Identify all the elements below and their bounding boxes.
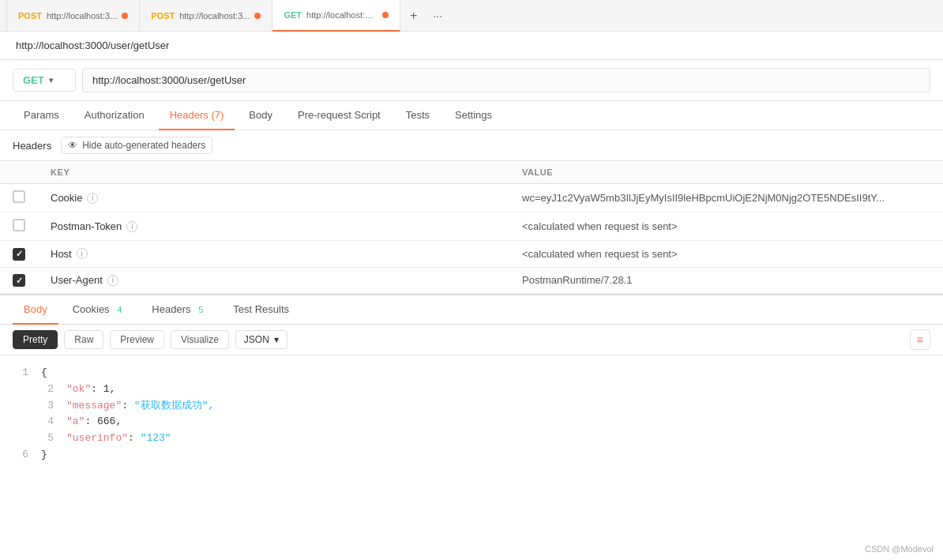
- table-row: User-Agent i PostmanRuntime/7.28.1: [0, 267, 943, 294]
- code-val-a: 666,: [97, 415, 122, 427]
- headers-badge: 5: [193, 304, 208, 315]
- raw-button[interactable]: Raw: [64, 330, 103, 349]
- format-json-dropdown[interactable]: JSON ▾: [235, 330, 287, 349]
- key-label-3: Host: [51, 248, 72, 260]
- tab-url-3: http://localhost:30...: [306, 10, 378, 20]
- info-icon-3[interactable]: i: [77, 248, 88, 259]
- brace-open: {: [41, 365, 47, 381]
- value-label-3: <calculated when request is sent>: [522, 248, 678, 260]
- tab-method-3: GET: [284, 10, 302, 20]
- value-cell-2: <calculated when request is sent>: [509, 212, 943, 241]
- value-label-1: wc=eyJ1c2VyaW5mb3IlJjEyMyIsII9leHBpcmUiO…: [522, 192, 885, 204]
- key-label-2: Postman-Token: [51, 220, 122, 232]
- response-code-area: 1 { 2 "ok": 1, 3 "message": "获取数据成功", 4 …: [0, 355, 943, 473]
- code-key-a: "a": [66, 415, 85, 427]
- value-label-4: PostmanRuntime/7.28.1: [522, 274, 632, 286]
- response-toolbar: Pretty Raw Preview Visualize JSON ▾ ≡: [0, 325, 943, 355]
- line-num-5: 5: [38, 430, 54, 447]
- eye-icon: 👁: [68, 140, 77, 151]
- response-tab-headers[interactable]: Headers 5: [141, 295, 219, 325]
- code-key-message: "message": [66, 400, 122, 412]
- key-label-4: User-Agent: [51, 274, 103, 286]
- response-tab-test-results[interactable]: Test Results: [222, 295, 300, 325]
- key-cell-1: Cookie i: [38, 184, 509, 212]
- key-label-1: Cookie: [51, 192, 82, 204]
- response-headers-label: Headers: [152, 303, 190, 315]
- col-key: KEY: [38, 161, 509, 184]
- tab-authorization[interactable]: Authorization: [73, 101, 156, 130]
- table-row: Cookie i wc=eyJ1c2VyaW5mb3IlJjEyMyIsII9l…: [0, 184, 943, 212]
- visualize-button[interactable]: Visualize: [171, 330, 229, 349]
- pretty-button[interactable]: Pretty: [13, 330, 58, 349]
- headers-section-label: Headers: [13, 140, 51, 152]
- request-tab-1[interactable]: POST http://localhost:3...: [6, 0, 140, 32]
- request-tab-2[interactable]: POST http://localhost:3...: [140, 0, 272, 32]
- tab-params[interactable]: Params: [13, 101, 70, 130]
- line-num-3: 3: [38, 398, 54, 415]
- json-chevron-icon: ▾: [274, 334, 279, 345]
- info-icon-1[interactable]: i: [87, 193, 98, 204]
- request-tabs-nav: Params Authorization Headers (7) Body Pr…: [0, 101, 943, 130]
- tab-headers[interactable]: Headers (7): [159, 101, 235, 130]
- table-row: Postman-Token i <calculated when request…: [0, 212, 943, 241]
- brace-close: }: [41, 447, 47, 464]
- url-input[interactable]: [82, 68, 930, 92]
- response-tabs-nav: Body Cookies 4 Headers 5 Test Results: [0, 294, 943, 325]
- tab-tests[interactable]: Tests: [395, 101, 441, 130]
- checkbox-3[interactable]: [13, 248, 25, 261]
- tab-dot-3: [382, 12, 389, 18]
- code-line-5: 5 "userinfo": "123": [38, 430, 930, 447]
- tab-method-2: POST: [151, 11, 175, 21]
- tab-dot-2: [254, 13, 261, 19]
- request-tab-3[interactable]: GET http://localhost:30...: [272, 0, 400, 32]
- tab-method-1: POST: [18, 11, 42, 21]
- code-val-message: "获取数据成功",: [134, 400, 214, 412]
- more-tabs-button[interactable]: ···: [426, 9, 449, 22]
- code-key-ok: "ok": [66, 383, 91, 395]
- wrap-text-button[interactable]: ≡: [910, 329, 930, 350]
- new-tab-button[interactable]: +: [400, 9, 426, 23]
- code-line-2: 2 "ok": 1,: [38, 381, 930, 398]
- hide-auto-label: Hide auto-generated headers: [82, 140, 205, 151]
- headers-toolbar: Headers 👁 Hide auto-generated headers: [0, 130, 943, 161]
- line-num-6: 6: [13, 447, 28, 464]
- preview-button[interactable]: Preview: [110, 330, 164, 349]
- code-line-4: 4 "a": 666,: [38, 414, 930, 430]
- breadcrumb: http://localhost:3000/user/getUser: [0, 32, 943, 60]
- checkbox-cell-1[interactable]: [0, 184, 38, 212]
- code-key-userinfo: "userinfo": [66, 432, 128, 444]
- checkbox-4[interactable]: [13, 274, 25, 287]
- code-val-userinfo: "123": [141, 432, 171, 444]
- value-cell-3: <calculated when request is sent>: [509, 241, 943, 268]
- checkbox-cell-4[interactable]: [0, 267, 38, 294]
- key-cell-3: Host i: [38, 241, 509, 268]
- col-value: VALUE: [509, 161, 943, 184]
- line-num-4: 4: [38, 414, 54, 430]
- hide-auto-headers-button[interactable]: 👁 Hide auto-generated headers: [61, 137, 212, 154]
- code-line-6: 6 }: [13, 447, 930, 464]
- checkbox-cell-3[interactable]: [0, 241, 38, 268]
- tab-url-2: http://localhost:3...: [179, 11, 250, 21]
- col-checkbox: [0, 161, 38, 184]
- tab-settings[interactable]: Settings: [444, 101, 503, 130]
- info-icon-2[interactable]: i: [126, 221, 137, 232]
- tab-prerequest[interactable]: Pre-request Script: [287, 101, 392, 130]
- method-dropdown[interactable]: GET ▾: [13, 69, 76, 92]
- code-line-1: 1 {: [13, 365, 930, 381]
- key-cell-4: User-Agent i: [38, 267, 509, 294]
- info-icon-4[interactable]: i: [107, 275, 118, 286]
- method-label: GET: [23, 74, 44, 86]
- code-line-3: 3 "message": "获取数据成功",: [38, 398, 930, 415]
- tab-body[interactable]: Body: [238, 101, 284, 130]
- line-num-1: 1: [13, 365, 28, 381]
- response-tab-cookies[interactable]: Cookies 4: [62, 295, 138, 325]
- checkbox-1[interactable]: [13, 190, 25, 203]
- checkbox-cell-2[interactable]: [0, 212, 38, 241]
- value-label-2: <calculated when request is sent>: [522, 220, 678, 232]
- response-tab-body[interactable]: Body: [13, 295, 58, 325]
- checkbox-2[interactable]: [13, 219, 25, 231]
- cookies-badge: 4: [112, 304, 126, 315]
- value-cell-4: PostmanRuntime/7.28.1: [509, 267, 943, 294]
- method-chevron-icon: ▾: [49, 76, 53, 85]
- json-label: JSON: [244, 334, 269, 345]
